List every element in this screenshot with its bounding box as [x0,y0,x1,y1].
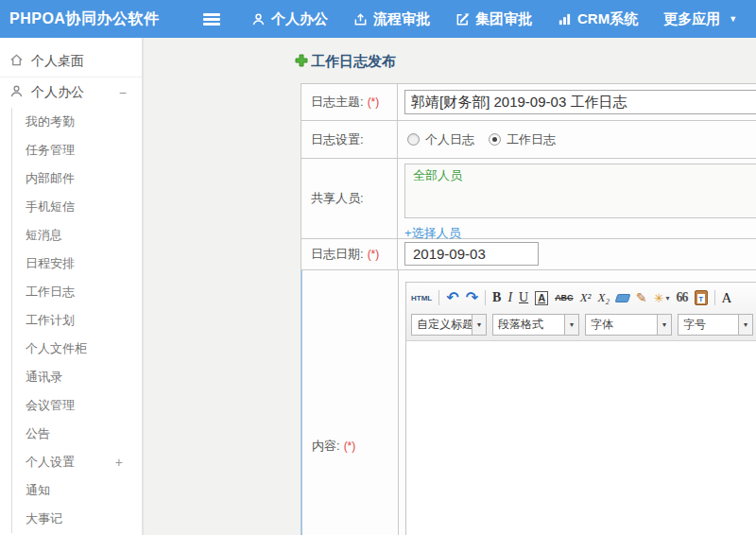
collapse-minus-icon[interactable]: − [119,85,127,100]
radio-icon [407,133,420,146]
sub-item-label: 工作日志 [26,278,75,306]
nav-workflow-approval[interactable]: 流程审批 [353,10,430,28]
sidebar-item-internal-mail[interactable]: 内部邮件 [12,164,142,193]
italic-button[interactable]: I [507,290,512,305]
sub-item-label: 工作计划 [26,306,75,335]
underline-button[interactable]: U [519,290,528,305]
radio-personal-log[interactable]: 个人日志 [407,131,474,148]
sidebar-item-personal-office[interactable]: 个人办公 − [0,78,142,108]
log-type-radio-group: 个人日志 工作日志 [398,121,756,158]
eraser-icon[interactable] [616,294,629,302]
subject-input[interactable] [404,90,756,114]
bold-button[interactable]: B [492,290,501,305]
rich-text-editor: HTML ↶ ↷ B I U A ABC X² X₂ [405,282,756,535]
sub-item-label: 个人文件柜 [26,335,87,363]
custom-title-dropdown[interactable]: 自定义标题 ▾ [411,314,487,336]
font-color-button[interactable]: A [535,291,548,305]
date-input[interactable] [404,242,539,266]
paragraph-format-dropdown[interactable]: 段落格式 ▾ [492,314,579,336]
font-size-dropdown[interactable]: 字号 ▾ [678,314,753,336]
nav-crm-system[interactable]: CRM系统 [558,10,638,28]
form-row-content: 内容: (*) HTML ↶ ↷ B I U [301,270,756,535]
caret-down-icon: ▾ [564,315,578,335]
sidebar-item-meeting-management[interactable]: 会议管理 [12,391,142,420]
editor-content-area[interactable] [406,341,756,535]
nav-more-apps[interactable]: 更多应用 ▼ [663,10,737,28]
shared-people-box: 全部人员 [404,164,756,218]
sidebar-item-short-message[interactable]: 短消息 [12,221,142,250]
paste-clipboard-icon[interactable]: T [695,290,708,305]
main-content: 工作日志发布 日志主题: (*) 日志设置: 个人日志 [144,38,756,535]
field-label: 日志日期: [311,246,364,263]
sidebar-item-notification[interactable]: 通知 [12,476,142,505]
field-label: 内容: [312,438,340,455]
nav-personal-office[interactable]: 个人办公 [251,10,328,28]
hamburger-menu-icon[interactable] [203,13,220,26]
nav-group-approval[interactable]: 集团审批 [455,10,532,28]
font-button[interactable]: A [722,290,732,306]
sidebar-item-announcement[interactable]: 公告 [12,420,142,448]
sub-item-label: 内部邮件 [26,164,75,193]
caret-down-icon: ▾ [666,294,670,302]
form-row-share: 共享人员: 全部人员 +选择人员 [301,159,756,239]
radio-label: 个人日志 [425,131,474,148]
sidebar-item-task-management[interactable]: 任务管理 [12,136,142,164]
dropdown-label: 段落格式 [493,315,564,335]
dropdown-label: 自定义标题 [412,315,472,335]
sidebar-submenu: 我的考勤 任务管理 内部邮件 手机短信 短消息 日程安排 工作日志 工作计划 个… [11,108,142,533]
setting-label: 日志设置: [301,121,398,158]
wand-glyph: ✳ [654,291,664,305]
sidebar-item-schedule[interactable]: 日程安排 [12,250,142,278]
sidebar-item-work-log[interactable]: 工作日志 [12,278,142,306]
nav-label: 流程审批 [373,10,430,28]
font-family-dropdown[interactable]: 字体 ▾ [585,314,672,336]
field-label: 共享人员: [311,190,364,207]
subscript-button[interactable]: X₂ [597,290,609,305]
shared-people-value: 全部人员 [413,168,462,182]
date-label: 日志日期: (*) [301,239,398,269]
strikethrough-button[interactable]: ABC [555,293,574,302]
sidebar-item-memorabilia[interactable]: 大事记 [12,505,142,533]
required-marker: (*) [368,95,380,109]
sidebar-item-file-cabinet[interactable]: 个人文件柜 [12,335,142,363]
form-row-subject: 日志主题: (*) [301,84,756,121]
sidebar-item-label: 个人桌面 [31,53,84,70]
sidebar-item-work-plan[interactable]: 工作计划 [12,306,142,335]
radio-checked-icon [489,133,501,146]
expand-plus-icon[interactable]: + [115,448,123,476]
share-label: 共享人员: [301,159,398,238]
caret-down-icon: ▼ [729,14,737,24]
sidebar-item-address-book[interactable]: 通讯录 [12,363,142,391]
html-source-button[interactable]: HTML [411,294,432,302]
caret-down-icon: ▾ [657,315,671,335]
sidebar-item-sms[interactable]: 手机短信 [12,193,142,221]
sidebar-item-my-attendance[interactable]: 我的考勤 [12,108,142,136]
sub-item-label: 公告 [26,420,50,448]
content-label: 内容: (*) [302,270,399,535]
sidebar-item-personal-desktop[interactable]: 个人桌面 [0,45,142,78]
editor-toolbar: HTML ↶ ↷ B I U A ABC X² X₂ [406,283,756,341]
subject-label: 日志主题: (*) [301,84,398,120]
sub-item-label: 任务管理 [26,136,75,164]
undo-icon[interactable]: ↶ [446,290,458,305]
field-label: 日志主题: [311,94,364,111]
clipboard-letter: T [697,294,705,303]
radio-label: 工作日志 [507,131,556,148]
field-label: 日志设置: [311,131,364,148]
sub-item-label: 通知 [26,476,50,505]
toolbar-separator [438,290,439,305]
format-painter-icon[interactable]: ✎ [636,290,647,305]
radio-work-log[interactable]: 工作日志 [489,131,556,148]
edit-icon [455,12,470,26]
nav-label: CRM系统 [577,10,638,28]
toolbar-separator [485,290,486,305]
redo-icon[interactable]: ↷ [466,290,478,305]
sub-item-label: 日程安排 [26,250,75,278]
form-row-setting: 日志设置: 个人日志 工作日志 [301,121,756,159]
autotypeset-wand-icon[interactable]: ✳▾ [654,291,670,305]
page-title-text: 工作日志发布 [311,53,396,71]
superscript-button[interactable]: X² [580,290,592,305]
dropdown-label: 字号 [679,315,738,335]
blockquote-button[interactable]: 66 [677,290,688,305]
sidebar-item-personal-settings[interactable]: 个人设置 + [12,448,142,476]
